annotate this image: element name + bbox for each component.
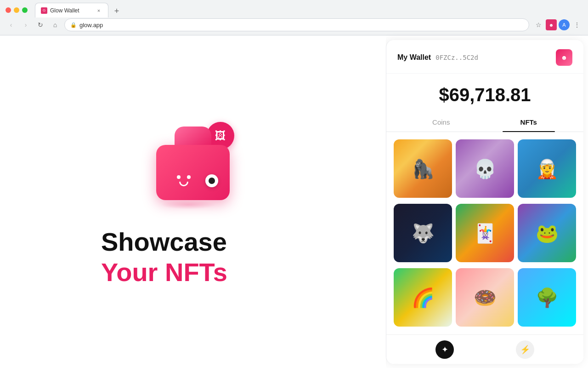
compass-icon: ✦ bbox=[441, 345, 448, 355]
nft-char: 🦍 bbox=[412, 160, 435, 178]
nft-char: 🍩 bbox=[474, 288, 497, 307]
wallet-face bbox=[177, 175, 191, 186]
lock-icon: 🔒 bbox=[70, 22, 77, 28]
wallet-header: My Wallet 0FZCz..5C2d ☻ bbox=[386, 40, 583, 74]
wallet-eyes bbox=[177, 175, 191, 179]
address-bar: ‹ › ↻ ⌂ 🔒 glow.app ☆ ☻ A ⋮ bbox=[0, 17, 588, 35]
back-button[interactable]: ‹ bbox=[6, 19, 17, 30]
home-button[interactable]: ⌂ bbox=[50, 19, 61, 30]
nft-char: 🌳 bbox=[536, 288, 559, 307]
wallet-illustration: 🖼 bbox=[147, 117, 239, 209]
bookmark-button[interactable]: ☆ bbox=[533, 19, 544, 30]
nft-item[interactable]: 🐸 bbox=[518, 204, 576, 262]
wallet-address[interactable]: 0FZCz..5C2d bbox=[435, 54, 478, 61]
title-bar: G Glow Wallet × + bbox=[0, 0, 588, 17]
balance-amount: $69,718.81 bbox=[397, 85, 572, 105]
wallet-eye-right bbox=[187, 175, 191, 179]
maximize-window-button[interactable] bbox=[22, 7, 28, 13]
browser-actions: ☆ ☻ A ⋮ bbox=[533, 19, 582, 30]
nft-item[interactable]: 🧝 bbox=[518, 139, 576, 198]
nft-char: 🐸 bbox=[536, 224, 559, 242]
extension-icon[interactable]: ☻ bbox=[546, 19, 557, 30]
wallet-eye-left bbox=[177, 175, 181, 179]
wallet-body bbox=[156, 145, 230, 200]
left-section: 🖼 Showcase Your NFTs bbox=[0, 35, 386, 368]
tab-close-button[interactable]: × bbox=[95, 7, 102, 14]
wallet-title-area: My Wallet 0FZCz..5C2d bbox=[397, 53, 478, 62]
wallet-avatar[interactable]: ☻ bbox=[556, 49, 572, 66]
tab-coins[interactable]: Coins bbox=[397, 113, 485, 132]
traffic-lights bbox=[6, 7, 28, 13]
wallet-bottom-nav: ✦ ⚡ bbox=[386, 334, 583, 364]
nft-item[interactable]: 🌳 bbox=[518, 268, 576, 327]
chat-icon: 🖼 bbox=[215, 129, 226, 142]
compass-button[interactable]: ✦ bbox=[435, 340, 454, 359]
nft-item[interactable]: 🦍 bbox=[394, 139, 452, 198]
showcase-title-line2: Your NFTs bbox=[101, 258, 285, 287]
tab-nfts[interactable]: NFTs bbox=[485, 113, 573, 132]
nft-item[interactable]: 🍩 bbox=[456, 268, 514, 327]
nft-char: 💀 bbox=[474, 160, 497, 178]
url-text: glow.app bbox=[79, 22, 103, 29]
wallet-chip bbox=[205, 174, 218, 187]
new-tab-button[interactable]: + bbox=[110, 5, 123, 17]
tab-favicon: G bbox=[41, 7, 47, 14]
nft-item[interactable]: 🐺 bbox=[394, 204, 452, 262]
bolt-button[interactable]: ⚡ bbox=[516, 340, 534, 359]
nft-item[interactable]: 🌈 bbox=[394, 268, 452, 327]
nft-item[interactable]: 🃏 bbox=[456, 204, 514, 262]
bolt-icon: ⚡ bbox=[520, 345, 530, 355]
nft-char: 🧝 bbox=[536, 160, 559, 178]
forward-button[interactable]: › bbox=[20, 19, 31, 30]
tab-title: Glow Wallet bbox=[50, 7, 92, 14]
profile-icon[interactable]: A bbox=[559, 19, 570, 30]
nft-char: 🃏 bbox=[474, 224, 497, 242]
tab-bar: G Glow Wallet × + bbox=[35, 3, 582, 17]
wallet-panel: My Wallet 0FZCz..5C2d ☻ $69,718.81 Coins… bbox=[386, 40, 583, 364]
wallet-mouth bbox=[179, 182, 188, 186]
wallet-tabs: Coins NFTs bbox=[386, 113, 583, 132]
main-content: 🖼 Showcase Your NFTs bbox=[0, 35, 588, 368]
active-tab[interactable]: G Glow Wallet × bbox=[35, 3, 108, 17]
wallet-label: My Wallet bbox=[397, 53, 431, 62]
menu-button[interactable]: ⋮ bbox=[571, 19, 582, 30]
minimize-window-button[interactable] bbox=[14, 7, 19, 13]
nft-item[interactable]: 💀 bbox=[456, 139, 514, 198]
showcase-text: Showcase Your NFTs bbox=[101, 228, 285, 286]
close-window-button[interactable] bbox=[6, 7, 11, 13]
browser-chrome: G Glow Wallet × + ‹ › ↻ ⌂ 🔒 glow.app ☆ ☻… bbox=[0, 0, 588, 35]
nft-char: 🐺 bbox=[412, 224, 435, 242]
wallet-balance: $69,718.81 bbox=[386, 74, 583, 113]
url-bar[interactable]: 🔒 glow.app bbox=[64, 18, 529, 31]
nft-grid: 🦍 💀 🧝 🐺 🃏 🐸 🌈 🍩 bbox=[386, 134, 583, 334]
refresh-button[interactable]: ↻ bbox=[35, 19, 46, 30]
nft-char: 🌈 bbox=[412, 288, 435, 307]
wallet-shadow bbox=[161, 200, 216, 209]
wallet-chip-inner bbox=[209, 178, 215, 184]
showcase-title-line1: Showcase bbox=[101, 228, 285, 256]
